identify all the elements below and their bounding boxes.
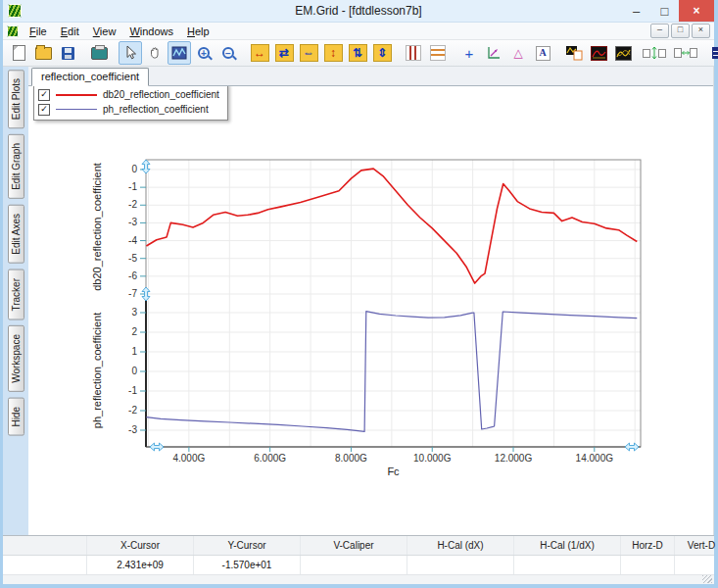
v-spacing-button[interactable] bbox=[643, 41, 666, 65]
tracker-axes-icon bbox=[486, 45, 502, 61]
status-header-h-cal-1-dx-: H-Cal (1/dX) bbox=[514, 536, 621, 555]
h-spacing-icon bbox=[673, 46, 698, 60]
y-axis-title-db20: db20_reflection_coefficient bbox=[91, 163, 103, 291]
document-tabstrip: reflection_coefficient bbox=[28, 67, 713, 86]
text-label-button[interactable]: A bbox=[531, 41, 554, 65]
status-header-row: X-CursorY-CursorV-CaliperH-Cal (dX)H-Cal… bbox=[3, 536, 714, 556]
menu-edit[interactable]: Edit bbox=[54, 24, 86, 38]
x-tick-label: 12.000G bbox=[495, 453, 533, 464]
client-area: reflection_coefficient ✓db20_reflection_… bbox=[28, 67, 714, 535]
x-tick-label: 10.000G bbox=[413, 453, 452, 464]
h-compress-icon: ⇄ bbox=[275, 44, 294, 62]
legend-label: ph_reflection_coefficient bbox=[103, 104, 209, 115]
v-zoom-compress-button[interactable]: ⇅ bbox=[346, 41, 369, 65]
menu-windows[interactable]: Windows bbox=[122, 24, 180, 38]
sidebar-tab-hide[interactable]: Hide bbox=[8, 398, 24, 436]
mdi-restore-button[interactable]: □ bbox=[671, 24, 690, 38]
v-fit-button[interactable]: ⇕ bbox=[370, 41, 394, 65]
legend-entry-1: ✓ph_reflection_coefficient bbox=[38, 102, 219, 117]
tab-reflection-coefficient[interactable]: reflection_coefficient bbox=[31, 68, 149, 86]
sidebar-tab-edit-plots[interactable]: Edit Plots bbox=[8, 70, 24, 128]
resize-grip-icon[interactable] bbox=[702, 575, 712, 583]
h-fit-button[interactable]: ⇔ bbox=[297, 41, 320, 65]
multi-plot-button[interactable] bbox=[611, 41, 635, 65]
copy-plot-button[interactable] bbox=[562, 41, 586, 65]
copy-plot-icon bbox=[565, 45, 583, 61]
menubar: FileEditViewWindowsHelp –□× bbox=[3, 23, 714, 40]
layout-dropdown[interactable]: Layout ▼ bbox=[705, 44, 718, 62]
maximize-button[interactable]: □ bbox=[650, 0, 679, 22]
sidebar-tab-workspace[interactable]: Workspace bbox=[8, 325, 24, 392]
layout-icon bbox=[712, 47, 718, 59]
delta-marker-button[interactable]: △ bbox=[506, 41, 530, 65]
sidebar-tab-edit-axes[interactable]: Edit Axes bbox=[8, 205, 24, 264]
status-value-vert-d bbox=[675, 556, 718, 574]
toolbar-buttons: +−↔⇄⇔↕⇅⇕+△A bbox=[7, 41, 697, 65]
plot-region: ✓db20_reflection_coefficient✓ph_reflecti… bbox=[28, 86, 713, 535]
h-zoom-expand-button[interactable]: ↔ bbox=[248, 41, 271, 65]
minimize-button[interactable]: – bbox=[622, 0, 650, 22]
status-value-y-cursor: -1.570e+01 bbox=[194, 556, 301, 574]
app-window: EM.Grid - [fdtdlesson7b] –□× FileEditVie… bbox=[0, 0, 718, 588]
v-caliper-button[interactable] bbox=[402, 41, 425, 65]
titlebar: EM.Grid - [fdtdlesson7b] –□× bbox=[3, 0, 714, 23]
h-caliper-button[interactable] bbox=[426, 41, 450, 65]
tracker-button[interactable] bbox=[482, 41, 505, 65]
select-tool-button[interactable] bbox=[119, 41, 142, 65]
h-zoom-compress-button[interactable]: ⇄ bbox=[272, 41, 296, 65]
v-spacing-icon bbox=[642, 46, 667, 60]
status-value-x-cursor: 2.431e+09 bbox=[87, 556, 194, 574]
print-button[interactable] bbox=[87, 41, 111, 65]
x-axis-handle-icon[interactable] bbox=[625, 443, 639, 451]
close-button[interactable]: × bbox=[679, 0, 714, 22]
save-button[interactable] bbox=[56, 41, 79, 65]
zoom-out-button[interactable]: − bbox=[216, 41, 240, 65]
y-tick-label: -2 bbox=[128, 199, 137, 210]
x-axis-handle-icon[interactable] bbox=[150, 443, 164, 451]
legend-checkbox-0[interactable]: ✓ bbox=[38, 89, 50, 101]
legend-entry-0: ✓db20_reflection_coefficient bbox=[38, 87, 219, 102]
window-controls: –□× bbox=[622, 0, 714, 22]
status-value-v-caliper bbox=[301, 556, 407, 574]
status-header-horz-d: Horz-D bbox=[621, 536, 675, 555]
zoom-in-icon: + bbox=[198, 47, 210, 59]
status-value-h-cal-dx- bbox=[407, 556, 514, 574]
v-zoom-expand-button[interactable]: ↕ bbox=[321, 41, 345, 65]
mdi-close-button[interactable]: × bbox=[692, 24, 710, 38]
plot-red-icon bbox=[591, 46, 607, 61]
y-tick-label: -1 bbox=[128, 385, 137, 396]
y-tick-label: 1 bbox=[131, 346, 137, 357]
legend-label: db20_reflection_coefficient bbox=[103, 89, 219, 100]
window-title: EM.Grid - [fdtdlesson7b] bbox=[3, 4, 714, 18]
crosshair-button[interactable]: + bbox=[457, 41, 481, 65]
y-tick-label: -2 bbox=[128, 405, 137, 416]
plot-mode-button[interactable] bbox=[168, 41, 191, 65]
sidebar-tab-edit-graph[interactable]: Edit Graph bbox=[8, 134, 24, 199]
menu-help[interactable]: Help bbox=[180, 24, 216, 38]
sidebar-tab-tracker[interactable]: Tracker bbox=[8, 270, 24, 320]
menu-file[interactable]: File bbox=[23, 24, 54, 38]
hand-icon bbox=[147, 45, 163, 61]
y-tick-label: -1 bbox=[128, 181, 137, 192]
status-header-vert-d: Vert-D bbox=[675, 536, 718, 555]
mdi-controls: –□× bbox=[650, 24, 710, 38]
dark-plot-button[interactable] bbox=[587, 41, 610, 65]
pan-tool-button[interactable] bbox=[143, 41, 167, 65]
status-header-y-cursor: Y-Cursor bbox=[194, 536, 301, 555]
statusbar bbox=[3, 575, 714, 584]
v-compress-icon: ⇅ bbox=[349, 44, 367, 62]
menu-view[interactable]: View bbox=[86, 24, 123, 38]
open-folder-icon bbox=[35, 47, 52, 60]
zoom-in-button[interactable]: + bbox=[192, 41, 215, 65]
v-fit-icon: ⇕ bbox=[373, 44, 392, 62]
chart-canvas[interactable]: 4.000G6.000G8.000G10.000G12.000G14.000G0… bbox=[28, 86, 709, 535]
zoom-out-icon: − bbox=[222, 47, 234, 59]
menubar-items: FileEditViewWindowsHelp bbox=[23, 24, 216, 38]
y-tick-label: 0 bbox=[131, 164, 137, 174]
new-file-button[interactable] bbox=[7, 41, 30, 65]
mdi-minimize-button[interactable]: – bbox=[650, 24, 669, 38]
y-tick-label: 2 bbox=[131, 326, 137, 337]
open-file-button[interactable] bbox=[31, 41, 55, 65]
legend-checkbox-1[interactable]: ✓ bbox=[38, 104, 50, 116]
h-spacing-button[interactable] bbox=[674, 41, 697, 65]
